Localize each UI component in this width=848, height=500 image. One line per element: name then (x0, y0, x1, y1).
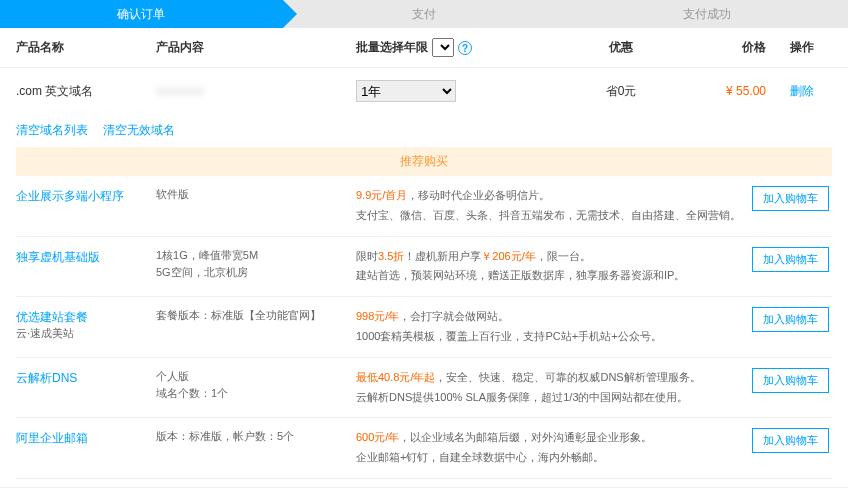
promo-row: 阿里企业邮箱版本：标准版，帐户数：5个600元/年，以企业域名为邮箱后缀，对外沟… (16, 418, 832, 479)
promo-name[interactable]: 独享虚机基础版 (16, 247, 156, 266)
help-icon[interactable]: ? (458, 41, 472, 55)
promo-content: 个人版域名个数：1个 (156, 368, 356, 403)
step-pay: 支付 (283, 0, 566, 28)
promo-desc: 限时3.5折！虚机新用户享￥206元/年，限一台。建站首选，预装网站环境，赠送正… (356, 247, 752, 287)
step-success: 支付成功 (565, 0, 848, 28)
year-select[interactable]: 1年 (356, 80, 456, 102)
discount-value: 省0元 (556, 83, 686, 100)
order-row: .com 英文域名 xxxxxxxx 1年 省0元 ¥ 55.00 删除 (0, 68, 848, 114)
clear-list-link[interactable]: 清空域名列表 (16, 123, 88, 137)
promo-desc: 最低40.8元/年起，安全、快速、稳定、可靠的权威DNS解析管理服务。云解析DN… (356, 368, 752, 408)
progress-steps: 确认订单 支付 支付成功 (0, 0, 848, 28)
col-name: 产品名称 (16, 39, 156, 56)
clear-links: 清空域名列表 清空无效域名 (0, 114, 848, 147)
col-content: 产品内容 (156, 39, 356, 56)
col-discount: 优惠 (556, 39, 686, 56)
product-content-blurred: xxxxxxxx (156, 84, 356, 98)
add-cart-button[interactable]: 加入购物车 (752, 368, 829, 393)
bulk-year-select[interactable] (432, 38, 454, 57)
promo-row: 优选建站套餐云·速成美站套餐版本：标准版【全功能官网】998元/年，会打字就会做… (16, 297, 832, 358)
col-action: 操作 (772, 39, 832, 56)
promo-content: 版本：标准版，帐户数：5个 (156, 428, 356, 446)
promo-row: 云解析DNS个人版域名个数：1个最低40.8元/年起，安全、快速、稳定、可靠的权… (16, 358, 832, 419)
table-header: 产品名称 产品内容 批量选择年限 ? 优惠 价格 操作 (0, 28, 848, 68)
col-price: 价格 (686, 39, 766, 56)
promo-name[interactable]: 阿里企业邮箱 (16, 428, 156, 447)
promo-row: 独享虚机基础版1核1G，峰值带宽5M5G空间，北京机房限时3.5折！虚机新用户享… (16, 237, 832, 298)
promo-name[interactable]: 优选建站套餐云·速成美站 (16, 307, 156, 341)
add-cart-button[interactable]: 加入购物车 (752, 186, 829, 211)
promo-name[interactable]: 企业展示多端小程序 (16, 186, 156, 205)
promo-desc: 9.9元/首月，移动时代企业必备明信片。支付宝、微信、百度、头条、抖音五端发布，… (356, 186, 752, 226)
promo-content: 套餐版本：标准版【全功能官网】 (156, 307, 356, 325)
product-name: .com 英文域名 (16, 83, 156, 100)
delete-button[interactable]: 删除 (772, 83, 832, 100)
promo-desc: 998元/年，会打字就会做网站。1000套精美模板，覆盖上百行业，支持PC站+手… (356, 307, 752, 347)
promo-name[interactable]: 云解析DNS (16, 368, 156, 387)
add-cart-button[interactable]: 加入购物车 (752, 307, 829, 332)
promo-content: 软件版 (156, 186, 356, 204)
promo-desc: 600元/年，以企业域名为邮箱后缀，对外沟通彰显企业形象。企业邮箱+钉钉，自建全… (356, 428, 752, 468)
col-year: 批量选择年限 ? (356, 38, 556, 57)
promo-header: 推荐购买 (16, 147, 832, 176)
price-value: ¥ 55.00 (686, 84, 766, 98)
owner-row: * 您的域名持有者为： 个人 企业 如何选择？ (0, 487, 848, 500)
add-cart-button[interactable]: 加入购物车 (752, 428, 829, 453)
promo-row: 企业展示多端小程序软件版9.9元/首月，移动时代企业必备明信片。支付宝、微信、百… (16, 176, 832, 237)
promo-content: 1核1G，峰值带宽5M5G空间，北京机房 (156, 247, 356, 282)
step-confirm: 确认订单 (0, 0, 283, 28)
add-cart-button[interactable]: 加入购物车 (752, 247, 829, 272)
clear-invalid-link[interactable]: 清空无效域名 (103, 123, 175, 137)
